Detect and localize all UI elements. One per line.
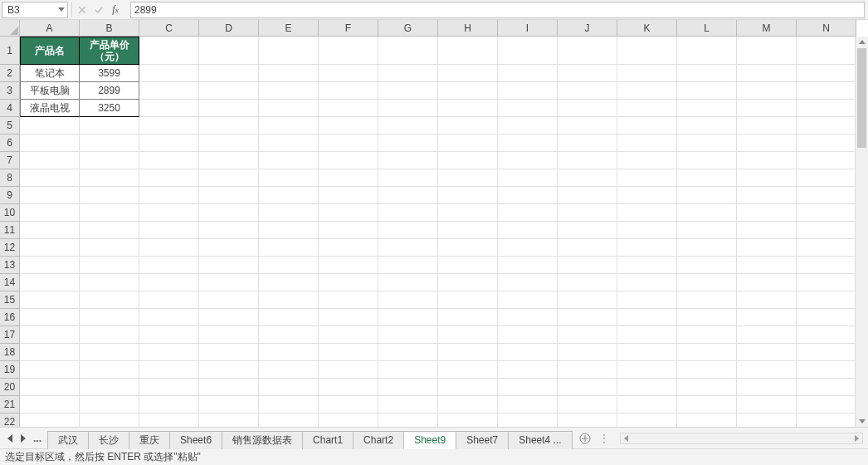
cell[interactable]: [558, 274, 617, 291]
sheet-tab[interactable]: Chart1: [302, 431, 354, 449]
cell[interactable]: [259, 257, 319, 274]
cell[interactable]: [20, 344, 80, 361]
cell[interactable]: [199, 82, 259, 100]
formula-input[interactable]: 2899: [130, 2, 865, 18]
cell[interactable]: [20, 204, 80, 222]
cell[interactable]: [259, 379, 319, 396]
cell[interactable]: [677, 396, 737, 414]
cell[interactable]: [737, 117, 797, 135]
cell[interactable]: [558, 396, 617, 414]
cell[interactable]: [199, 396, 259, 414]
cell[interactable]: [438, 82, 498, 100]
tab-resize-handle[interactable]: ⋮: [602, 432, 607, 445]
cell[interactable]: [139, 152, 199, 169]
column-header[interactable]: G: [378, 20, 438, 37]
cell[interactable]: [677, 37, 737, 65]
cell[interactable]: [797, 414, 856, 427]
row-header[interactable]: 13: [0, 257, 20, 274]
row-header[interactable]: 5: [0, 117, 20, 135]
cell[interactable]: [498, 274, 558, 291]
cell[interactable]: [319, 169, 378, 187]
column-header[interactable]: B: [80, 20, 139, 37]
cell[interactable]: [737, 204, 797, 222]
cell[interactable]: [199, 414, 259, 427]
cell[interactable]: [438, 414, 498, 427]
cell[interactable]: [20, 361, 80, 379]
sheet-tab[interactable]: Sheet6: [169, 431, 222, 449]
cell[interactable]: [558, 152, 617, 169]
cell[interactable]: [20, 291, 80, 309]
cell[interactable]: [617, 414, 677, 427]
cell[interactable]: [139, 361, 199, 379]
cell[interactable]: [80, 239, 139, 257]
cell[interactable]: [617, 257, 677, 274]
cell[interactable]: [20, 309, 80, 326]
cell[interactable]: [20, 396, 80, 414]
cell[interactable]: [139, 82, 199, 100]
cell[interactable]: [617, 100, 677, 117]
cell[interactable]: [259, 239, 319, 257]
cell[interactable]: [617, 135, 677, 152]
sheet-tab[interactable]: Sheet9: [403, 431, 456, 449]
cell[interactable]: [677, 222, 737, 239]
row-header[interactable]: 8: [0, 169, 20, 187]
cell[interactable]: [677, 414, 737, 427]
cell[interactable]: [617, 361, 677, 379]
cell[interactable]: [677, 379, 737, 396]
cell[interactable]: [80, 204, 139, 222]
cell[interactable]: [80, 222, 139, 239]
cell[interactable]: [677, 274, 737, 291]
cell[interactable]: [498, 37, 558, 65]
cell[interactable]: [259, 169, 319, 187]
cell[interactable]: [677, 309, 737, 326]
sheet-tab[interactable]: Chart2: [353, 431, 404, 449]
cell[interactable]: 产品单价（元）: [80, 37, 139, 65]
cell[interactable]: [438, 100, 498, 117]
column-header[interactable]: H: [438, 20, 498, 37]
cell[interactable]: [797, 82, 856, 100]
cell[interactable]: [139, 309, 199, 326]
insert-function-icon[interactable]: fx: [107, 2, 124, 18]
cell[interactable]: [319, 414, 378, 427]
cell[interactable]: [498, 222, 558, 239]
cell[interactable]: [737, 100, 797, 117]
cell[interactable]: [558, 65, 617, 82]
confirm-edit-icon[interactable]: [90, 2, 107, 18]
cell[interactable]: [737, 379, 797, 396]
cell[interactable]: [139, 344, 199, 361]
cell[interactable]: [737, 169, 797, 187]
cell[interactable]: [677, 117, 737, 135]
cell[interactable]: [139, 135, 199, 152]
cell[interactable]: [558, 100, 617, 117]
cell[interactable]: [80, 379, 139, 396]
cell[interactable]: [617, 291, 677, 309]
cell[interactable]: [378, 187, 438, 204]
cell[interactable]: [737, 291, 797, 309]
cell[interactable]: [617, 274, 677, 291]
cell[interactable]: [737, 65, 797, 82]
cell[interactable]: [259, 135, 319, 152]
cell[interactable]: [498, 361, 558, 379]
cell[interactable]: [378, 396, 438, 414]
cell[interactable]: [80, 152, 139, 169]
cell[interactable]: [617, 204, 677, 222]
cell[interactable]: 产品名: [20, 37, 80, 65]
vertical-scrollbar[interactable]: [855, 37, 868, 427]
cell[interactable]: [80, 309, 139, 326]
row-header[interactable]: 18: [0, 344, 20, 361]
cell[interactable]: [319, 291, 378, 309]
row-header[interactable]: 14: [0, 274, 20, 291]
cell[interactable]: [199, 204, 259, 222]
row-header[interactable]: 16: [0, 309, 20, 326]
column-header[interactable]: I: [498, 20, 558, 37]
cell[interactable]: [139, 204, 199, 222]
column-header[interactable]: M: [737, 20, 797, 37]
cell[interactable]: [438, 117, 498, 135]
cell[interactable]: [677, 344, 737, 361]
row-header[interactable]: 9: [0, 187, 20, 204]
cell[interactable]: [139, 65, 199, 82]
cell[interactable]: [378, 379, 438, 396]
sheet-tab[interactable]: 武汉: [47, 431, 89, 449]
cell[interactable]: [558, 37, 617, 65]
cell[interactable]: [797, 361, 856, 379]
